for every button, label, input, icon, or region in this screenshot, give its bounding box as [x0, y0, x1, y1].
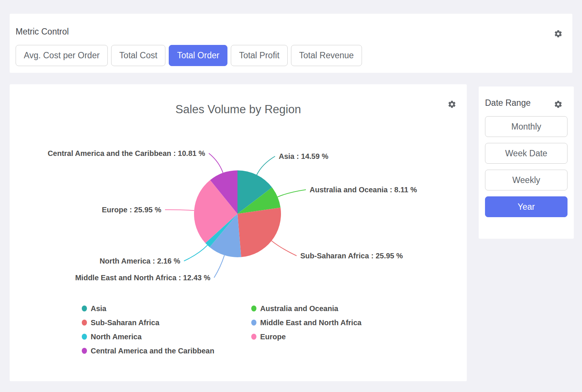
legend-dot-australia-and-oceania [251, 306, 256, 311]
metric-button-total-revenue[interactable]: Total Revenue [291, 45, 362, 66]
date-range-button-column: Monthly Week Date Weekly Year [485, 116, 568, 217]
chart-legend-column-2: Australia and OceaniaMiddle East and Nor… [251, 301, 362, 344]
legend-label-asia: Asia [91, 304, 106, 313]
legend-item-europe[interactable]: Europe [251, 330, 362, 344]
metric-control-title: Metric Control [16, 26, 69, 37]
date-range-panel: Date Range Monthly Week Date Weekly Year [479, 86, 574, 239]
pie-label-line-middle-east-and-north-africa [214, 255, 224, 278]
pie-label-central-america-and-the-caribbean: Central America and the Caribbean : 10.8… [48, 149, 205, 157]
pie-label-line-north-america [184, 245, 207, 261]
pie-label-line-asia [257, 156, 275, 175]
pie-label-sub-saharan-africa: Sub-Saharan Africa : 25.95 % [300, 252, 403, 260]
pie-label-asia: Asia : 14.59 % [279, 152, 329, 160]
pie-label-australia-and-oceania: Australia and Oceania : 8.11 % [310, 186, 417, 194]
metric-button-row: Avg. Cost per Order Total Cost Total Ord… [16, 45, 362, 66]
legend-dot-north-america [82, 334, 87, 340]
legend-label-middle-east-and-north-africa: Middle East and North Africa [260, 318, 362, 327]
metric-button-total-order[interactable]: Total Order [169, 45, 227, 66]
gear-icon[interactable] [554, 29, 563, 38]
legend-item-australia-and-oceania[interactable]: Australia and Oceania [251, 301, 362, 316]
legend-dot-central-america-and-the-caribbean [82, 348, 87, 354]
legend-item-asia[interactable]: Asia [82, 301, 214, 316]
pie-label-line-europe [165, 210, 194, 210]
gear-icon[interactable] [554, 100, 563, 109]
legend-label-sub-saharan-africa: Sub-Saharan Africa [91, 318, 159, 327]
metric-button-avg-cost-per-order[interactable]: Avg. Cost per Order [16, 45, 108, 66]
date-range-title: Date Range [485, 98, 531, 108]
pie-label-europe: Europe : 25.95 % [102, 206, 161, 214]
date-range-button-week-date[interactable]: Week Date [485, 143, 568, 164]
legend-dot-middle-east-and-north-africa [251, 320, 256, 326]
sales-volume-chart-panel: Sales Volume by Region Asia : 14.59 %Aus… [10, 84, 467, 381]
legend-item-north-america[interactable]: North America [82, 330, 214, 344]
pie-label-north-america: North America : 2.16 % [100, 257, 180, 265]
legend-dot-asia [82, 306, 87, 311]
pie-label-line-australia-and-oceania [278, 190, 306, 197]
chart-legend-column-1: AsiaSub-Saharan AfricaNorth AmericaCentr… [82, 301, 214, 358]
pie-label-middle-east-and-north-africa: Middle East and North Africa : 12.43 % [75, 274, 210, 282]
legend-dot-sub-saharan-africa [82, 320, 87, 326]
legend-item-central-america-and-the-caribbean[interactable]: Central America and the Caribbean [82, 344, 214, 358]
date-range-button-year[interactable]: Year [485, 196, 568, 217]
pie-label-line-central-america-and-the-caribbean [209, 153, 223, 173]
pie-label-line-sub-saharan-africa [272, 241, 297, 256]
pie-chart: Asia : 14.59 %Australia and Oceania : 8.… [10, 84, 467, 381]
date-range-button-monthly[interactable]: Monthly [485, 116, 568, 137]
metric-button-total-profit[interactable]: Total Profit [231, 45, 288, 66]
date-range-button-weekly[interactable]: Weekly [485, 170, 568, 190]
pie-slice-sub-saharan-africa[interactable] [237, 208, 281, 257]
legend-label-europe: Europe [260, 333, 286, 341]
legend-dot-europe [251, 334, 256, 340]
legend-item-middle-east-and-north-africa[interactable]: Middle East and North Africa [251, 316, 362, 330]
metric-control-panel: Metric Control Avg. Cost per Order Total… [10, 14, 572, 73]
legend-label-australia-and-oceania: Australia and Oceania [260, 304, 338, 313]
metric-button-total-cost[interactable]: Total Cost [111, 45, 165, 66]
legend-label-north-america: North America [91, 333, 142, 341]
legend-label-central-america-and-the-caribbean: Central America and the Caribbean [91, 347, 214, 355]
legend-item-sub-saharan-africa[interactable]: Sub-Saharan Africa [82, 316, 214, 330]
